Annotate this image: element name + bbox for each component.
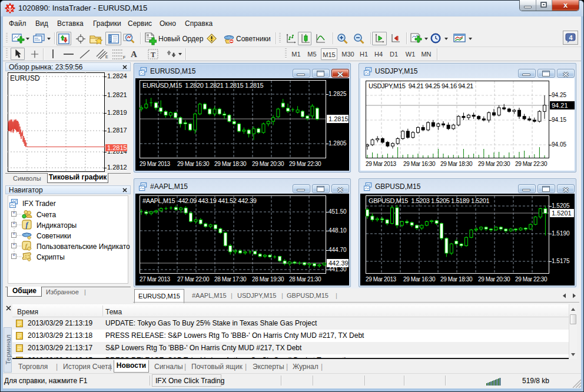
svg-text:T: T (151, 51, 155, 59)
svg-text:F: F (123, 55, 125, 59)
svg-text:4: 4 (569, 34, 573, 41)
svg-text:E: E (105, 55, 108, 59)
